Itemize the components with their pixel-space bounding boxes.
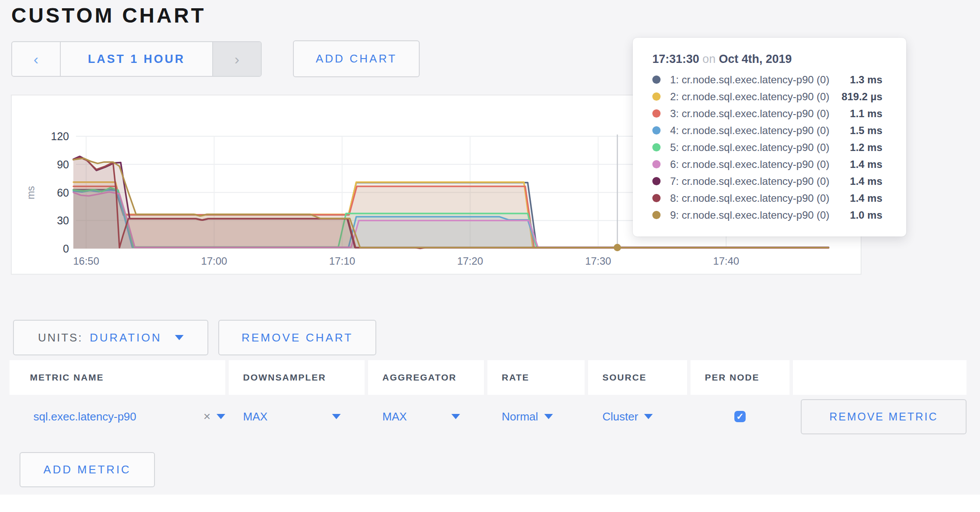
- series-color-dot: [652, 143, 661, 151]
- svg-text:17:30: 17:30: [585, 255, 611, 267]
- table-header-downsampler: DOWNSAMPLER: [229, 360, 365, 395]
- chevron-down-icon[interactable]: [544, 414, 553, 419]
- svg-text:17:40: 17:40: [713, 255, 739, 267]
- chevron-right-icon: ›: [234, 51, 239, 68]
- per-node-checkbox[interactable]: ✓: [734, 411, 746, 422]
- series-value: 1.2 ms: [850, 141, 882, 154]
- svg-text:120: 120: [51, 130, 69, 142]
- svg-text:60: 60: [57, 187, 69, 199]
- chevron-down-icon[interactable]: [644, 414, 653, 419]
- aggregator-cell: MAX: [368, 395, 484, 438]
- chevron-down-icon[interactable]: [217, 414, 225, 419]
- series-value: 1.4 ms: [850, 175, 882, 187]
- add-chart-button[interactable]: ADD CHART: [293, 40, 420, 77]
- tooltip-series-row: 4: cr.node.sql.exec.latency-p90 (0)1.5 m…: [652, 122, 882, 139]
- series-label: 8: cr.node.sql.exec.latency-p90 (0): [670, 192, 850, 204]
- metrics-table-header-row: METRIC NAMEDOWNSAMPLERAGGREGATORRATESOUR…: [10, 360, 970, 395]
- series-label: 9: cr.node.sql.exec.latency-p90 (0): [670, 209, 850, 221]
- actions-cell: REMOVE METRIC: [793, 395, 967, 438]
- series-color-dot: [652, 126, 661, 135]
- table-header-source: SOURCE: [588, 360, 687, 395]
- series-label: 3: cr.node.sql.exec.latency-p90 (0): [670, 108, 850, 120]
- tooltip-header: 17:31:30 on Oct 4th, 2019: [652, 53, 882, 66]
- custom-chart-page: CUSTOM CHART ‹ LAST 1 HOUR › ADD CHART 0…: [0, 0, 980, 512]
- svg-text:16:50: 16:50: [73, 255, 99, 267]
- metric-name-dropdown[interactable]: sql.exec.latency-p90: [33, 410, 136, 423]
- series-value: 1.1 ms: [850, 108, 882, 120]
- tooltip-series-row: 3: cr.node.sql.exec.latency-p90 (0)1.1 m…: [652, 105, 882, 122]
- series-label: 6: cr.node.sql.exec.latency-p90 (0): [670, 158, 850, 171]
- series-label: 7: cr.node.sql.exec.latency-p90 (0): [670, 175, 850, 187]
- svg-text:ms: ms: [25, 186, 36, 200]
- source-cell: Cluster: [588, 395, 687, 438]
- tooltip-series-row: 7: cr.node.sql.exec.latency-p90 (0)1.4 m…: [652, 173, 882, 190]
- svg-text:0: 0: [63, 243, 69, 255]
- tooltip-series-row: 8: cr.node.sql.exec.latency-p90 (0)1.4 m…: [652, 190, 882, 207]
- chevron-left-icon: ‹: [33, 51, 38, 68]
- rate-cell: Normal: [487, 395, 585, 438]
- table-header-rate: RATE: [487, 360, 585, 395]
- time-window-selector: ‹ LAST 1 HOUR ›: [11, 41, 262, 77]
- remove-metric-button[interactable]: REMOVE METRIC: [801, 399, 967, 434]
- table-header-aggregator: AGGREGATOR: [368, 360, 484, 395]
- page-bottom-strip: [0, 495, 980, 512]
- tooltip-series-row: 6: cr.node.sql.exec.latency-p90 (0)1.4 m…: [652, 156, 882, 173]
- time-window-label[interactable]: LAST 1 HOUR: [60, 42, 213, 76]
- series-label: 4: cr.node.sql.exec.latency-p90 (0): [670, 125, 850, 137]
- metrics-table-row: sql.exec.latency-p90 × MAX MAX Normal Cl…: [10, 395, 970, 438]
- tooltip-on-word: on: [703, 53, 716, 66]
- series-value: 1.0 ms: [850, 209, 882, 221]
- series-color-dot: [652, 211, 661, 219]
- table-header-per-node: PER NODE: [691, 360, 789, 395]
- per-node-cell: ✓: [691, 395, 789, 438]
- downsampler-cell: MAX: [229, 395, 365, 438]
- series-color-dot: [652, 75, 661, 84]
- time-window-prev-button[interactable]: ‹: [12, 42, 60, 76]
- chevron-down-icon[interactable]: [451, 414, 460, 419]
- metrics-table: METRIC NAMEDOWNSAMPLERAGGREGATORRATESOUR…: [10, 360, 970, 438]
- series-label: 2: cr.node.sql.exec.latency-p90 (0): [670, 91, 842, 103]
- source-dropdown[interactable]: Cluster: [602, 410, 638, 423]
- tooltip-series-row: 5: cr.node.sql.exec.latency-p90 (0)1.2 m…: [652, 139, 882, 156]
- clear-metric-icon[interactable]: ×: [204, 410, 210, 423]
- series-color-dot: [652, 177, 661, 185]
- series-value: 1.5 ms: [850, 125, 882, 137]
- tooltip-time: 17:31:30: [652, 53, 699, 66]
- units-dropdown[interactable]: UNITS: DURATION: [13, 320, 208, 355]
- series-value: 1.3 ms: [850, 74, 882, 86]
- series-value: 1.4 ms: [850, 192, 882, 204]
- series-value: 819.2 µs: [842, 91, 882, 103]
- series-label: 5: cr.node.sql.exec.latency-p90 (0): [670, 141, 850, 154]
- series-value: 1.4 ms: [850, 158, 882, 171]
- series-label: 1: cr.node.sql.exec.latency-p90 (0): [670, 74, 850, 86]
- time-window-next-button[interactable]: ›: [213, 42, 261, 76]
- units-selected-value: DURATION: [90, 331, 162, 345]
- aggregator-dropdown[interactable]: MAX: [382, 410, 407, 423]
- metric-name-cell: sql.exec.latency-p90 ×: [10, 395, 225, 438]
- rate-dropdown[interactable]: Normal: [502, 410, 538, 423]
- page-title: CUSTOM CHART: [11, 3, 206, 27]
- series-color-dot: [652, 109, 661, 118]
- add-metric-button[interactable]: ADD METRIC: [20, 452, 155, 487]
- tooltip-series-list: 1: cr.node.sql.exec.latency-p90 (0)1.3 m…: [652, 71, 882, 223]
- tooltip-series-row: 9: cr.node.sql.exec.latency-p90 (0)1.0 m…: [652, 207, 882, 223]
- tooltip-date: Oct 4th, 2019: [719, 53, 792, 66]
- svg-text:90: 90: [57, 158, 69, 171]
- chevron-down-icon: [175, 335, 184, 340]
- downsampler-dropdown[interactable]: MAX: [243, 410, 267, 423]
- svg-text:17:10: 17:10: [329, 255, 355, 267]
- series-color-dot: [652, 194, 661, 202]
- tooltip-series-row: 1: cr.node.sql.exec.latency-p90 (0)1.3 m…: [652, 71, 882, 88]
- tooltip-series-row: 2: cr.node.sql.exec.latency-p90 (0)819.2…: [652, 88, 882, 105]
- svg-text:17:00: 17:00: [201, 255, 227, 267]
- table-header-actions: [793, 360, 967, 395]
- series-color-dot: [652, 160, 661, 168]
- svg-text:30: 30: [57, 214, 69, 226]
- svg-text:17:20: 17:20: [457, 255, 483, 267]
- remove-chart-button[interactable]: REMOVE CHART: [218, 320, 376, 355]
- checkmark-icon: ✓: [736, 411, 744, 422]
- chart-hover-tooltip: 17:31:30 on Oct 4th, 2019 1: cr.node.sql…: [633, 38, 906, 236]
- units-prefix-label: UNITS:: [38, 331, 82, 345]
- table-header-metric-name: METRIC NAME: [10, 360, 225, 395]
- chevron-down-icon[interactable]: [332, 414, 341, 419]
